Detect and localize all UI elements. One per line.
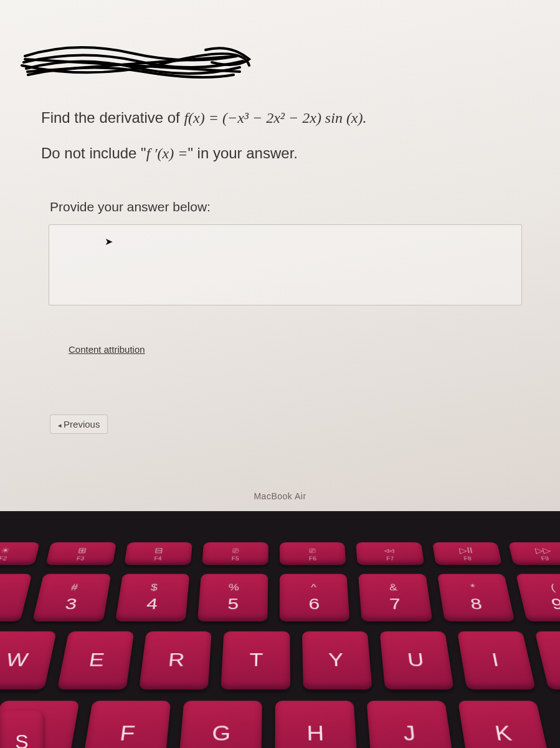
key-T[interactable]: T (221, 631, 290, 689)
key-R[interactable]: R (139, 631, 212, 689)
key-9[interactable]: (9 (516, 574, 560, 621)
fn-label: F8 (463, 556, 472, 561)
key-number: 3 (64, 595, 79, 613)
laptop-screen: Find the derivative of f(x) = (−x³ − 2x²… (0, 0, 560, 511)
redaction-scribble (19, 37, 255, 94)
key-F2[interactable]: ☀F2 (0, 542, 40, 565)
fn-icon: ◃◃ (384, 546, 395, 555)
key-symbol: # (70, 582, 79, 593)
previous-button-label: Previous (64, 419, 100, 429)
key-G[interactable]: G (178, 701, 262, 748)
question-math-expr: (−x³ − 2x² − 2x) sin (x). (222, 110, 367, 126)
key-symbol: ^ (311, 582, 316, 593)
mouse-cursor-icon: ➤ (105, 236, 113, 247)
key-F8[interactable]: ▷IIF8 (432, 542, 502, 565)
fn-label: F4 (154, 556, 162, 561)
key-number: 5 (227, 595, 239, 613)
fn-icon: ⎚ (232, 546, 239, 555)
key-H[interactable]: H (275, 701, 358, 748)
fn-icon: ▷▷ (534, 546, 551, 555)
key-E[interactable]: E (57, 631, 135, 689)
letter-row-2: DFGHJK (0, 701, 560, 748)
fn-label: F2 (0, 556, 7, 561)
key-number: 6 (308, 595, 320, 613)
fn-icon: ☀ (0, 546, 11, 555)
question-instruction: Do not include "f ′(x) =" in your answer… (41, 145, 298, 162)
fn-label: F7 (386, 556, 394, 561)
key-8[interactable]: *8 (437, 574, 515, 621)
key-I[interactable]: I (457, 631, 536, 689)
fn-label: F3 (76, 556, 85, 561)
key-6[interactable]: ^6 (280, 574, 350, 621)
fn-icon: ⎚ (309, 546, 316, 555)
key-symbol: ( (549, 582, 556, 593)
keyboard: ☀F2⊞F3⊟F4⎚F5⎚F6◃◃F7▷IIF8▷▷F9 @#3$4%5^6&7… (0, 542, 560, 731)
key-number: 9 (549, 595, 560, 613)
key-U[interactable]: U (379, 631, 453, 689)
function-key-row: ☀F2⊞F3⊟F4⎚F5⎚F6◃◃F7▷IIF8▷▷F9 (0, 542, 560, 565)
key-F5[interactable]: ⎚F5 (202, 542, 268, 565)
answer-input-box[interactable] (49, 224, 522, 305)
key-O[interactable]: O (534, 631, 560, 689)
instruction-suffix: " in your answer. (187, 145, 298, 161)
key-F6[interactable]: ⎚F6 (280, 542, 346, 565)
key-Y[interactable]: Y (301, 631, 372, 689)
key-7[interactable]: &7 (358, 574, 432, 621)
instruction-prefix: Do not include " (41, 145, 146, 161)
fn-icon: ▷II (458, 546, 473, 555)
key-number: 8 (469, 595, 483, 613)
key-symbol: % (229, 582, 240, 593)
key-@[interactable]: @ (0, 574, 32, 621)
number-key-row: @#3$4%5^6&7*8(9 (0, 574, 560, 621)
question-prefix: Find the derivative of (41, 109, 184, 126)
content-attribution-link[interactable]: Content attribution (69, 344, 145, 355)
letter-row-1: WERTYUIO (0, 631, 560, 689)
key-number: 4 (146, 595, 159, 613)
laptop-brand-label: MacBook Air (254, 491, 306, 501)
key-K[interactable]: K (458, 701, 551, 748)
key-J[interactable]: J (366, 701, 454, 748)
answer-prompt-label: Provide your answer below: (50, 199, 211, 214)
key-F7[interactable]: ◃◃F7 (356, 542, 424, 565)
key-F[interactable]: F (82, 701, 171, 748)
fn-label: F9 (541, 556, 549, 561)
key-4[interactable]: $4 (115, 574, 189, 621)
key-F9[interactable]: ▷▷F9 (508, 542, 560, 565)
fn-icon: ⊟ (154, 546, 164, 555)
question-math-lhs: f(x) = (184, 110, 222, 126)
key-5[interactable]: %5 (197, 574, 268, 621)
key-F3[interactable]: ⊞F3 (46, 542, 116, 565)
key-symbol: * (470, 582, 477, 593)
instruction-math: f ′(x) = (146, 145, 188, 161)
key-symbol: & (389, 582, 397, 593)
fn-label: F6 (309, 555, 316, 560)
fn-label: F5 (232, 555, 239, 560)
key-number: 7 (389, 595, 402, 613)
previous-button[interactable]: Previous (50, 415, 108, 434)
key-symbol: $ (150, 582, 158, 593)
key-3[interactable]: #3 (32, 574, 111, 621)
question-text-line1: Find the derivative of f(x) = (−x³ − 2x²… (41, 109, 367, 127)
fn-icon: ⊞ (77, 546, 87, 555)
key-S[interactable]: S (0, 711, 44, 748)
key-W[interactable]: W (0, 631, 57, 689)
key-F4[interactable]: ⊟F4 (124, 542, 192, 565)
